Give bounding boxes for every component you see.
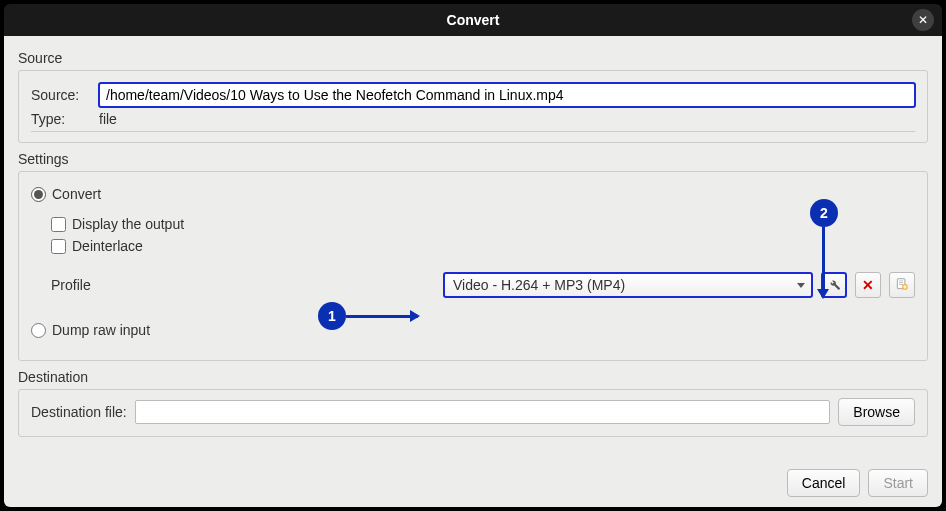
source-input[interactable]	[99, 83, 915, 107]
browse-button[interactable]: Browse	[838, 398, 915, 426]
source-section-label: Source	[18, 50, 928, 66]
deinterlace-checkbox[interactable]	[51, 239, 66, 254]
wrench-icon	[827, 277, 841, 294]
svg-rect-1	[899, 280, 903, 281]
settings-fieldset: Convert Display the output Deinterlace P…	[18, 171, 928, 361]
divider	[31, 131, 915, 132]
destination-fieldset: Destination file: Browse	[18, 389, 928, 437]
delete-profile-button[interactable]: ✕	[855, 272, 881, 298]
dump-radio[interactable]	[31, 323, 46, 338]
annotation-arrow-1	[346, 315, 418, 318]
dump-radio-label: Dump raw input	[52, 322, 150, 338]
convert-radio-label: Convert	[52, 186, 101, 202]
chevron-down-icon	[797, 283, 805, 288]
annotation-badge-1: 1	[318, 302, 346, 330]
display-output-checkbox[interactable]	[51, 217, 66, 232]
display-output-label: Display the output	[72, 216, 184, 232]
new-profile-button[interactable]	[889, 272, 915, 298]
profile-select[interactable]: Video - H.264 + MP3 (MP4)	[443, 272, 813, 298]
destination-section-label: Destination	[18, 369, 928, 385]
type-value: file	[99, 111, 117, 127]
close-icon: ✕	[918, 13, 928, 27]
source-fieldset: Source: Type: file	[18, 70, 928, 143]
window-title: Convert	[447, 12, 500, 28]
start-button: Start	[868, 469, 928, 497]
annotation-badge-2: 2	[810, 199, 838, 227]
cancel-button[interactable]: Cancel	[787, 469, 861, 497]
destination-file-input[interactable]	[135, 400, 831, 424]
profile-label: Profile	[51, 277, 291, 293]
new-file-icon	[895, 277, 909, 294]
convert-radio[interactable]	[31, 187, 46, 202]
type-label: Type:	[31, 111, 91, 127]
destination-file-label: Destination file:	[31, 404, 127, 420]
svg-rect-2	[899, 282, 903, 283]
svg-rect-6	[903, 286, 907, 287]
deinterlace-label: Deinterlace	[72, 238, 143, 254]
svg-rect-3	[899, 284, 903, 285]
annotation-arrow-2	[822, 227, 825, 297]
titlebar: Convert ✕	[4, 4, 942, 36]
profile-select-value: Video - H.264 + MP3 (MP4)	[453, 277, 625, 293]
settings-section-label: Settings	[18, 151, 928, 167]
x-icon: ✕	[862, 277, 874, 293]
source-label: Source:	[31, 87, 91, 103]
close-button[interactable]: ✕	[912, 9, 934, 31]
footer-buttons: Cancel Start	[787, 469, 928, 497]
